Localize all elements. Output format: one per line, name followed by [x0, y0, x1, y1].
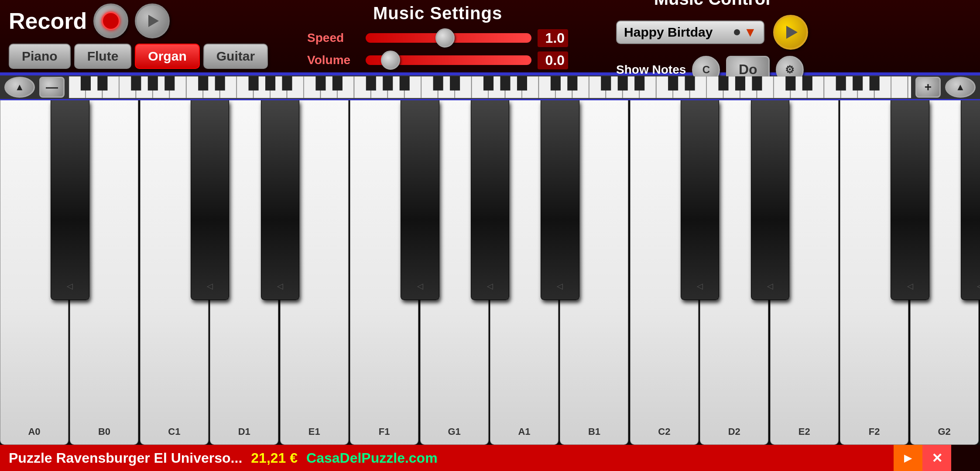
- key-label-C1: C1: [168, 426, 180, 437]
- song-selector[interactable]: Happy Birtday ▼: [616, 20, 764, 44]
- piano-button[interactable]: Piano: [9, 44, 71, 69]
- settings-controls: Speed 1.0 Volume 0.0: [307, 29, 568, 69]
- music-settings: Music Settings Speed 1.0 Volume 0.0: [307, 3, 568, 69]
- ad-close-button[interactable]: ✕: [922, 445, 951, 471]
- flute-button[interactable]: Flute: [74, 44, 132, 69]
- ad-arrow-button[interactable]: ▶: [894, 445, 922, 471]
- speed-slider[interactable]: [366, 33, 531, 43]
- black-key-C#1[interactable]: [191, 100, 229, 300]
- music-control: Music Control Happy Birtday ▼ Show Notes…: [616, 0, 808, 84]
- speed-row: Speed 1.0: [307, 29, 568, 47]
- key-label-D1: D1: [238, 426, 250, 437]
- black-key-D#1[interactable]: [261, 100, 299, 300]
- music-control-inner: Happy Birtday ▼: [616, 15, 808, 50]
- organ-button[interactable]: Organ: [135, 44, 199, 69]
- black-key-Bb0[interactable]: [51, 100, 89, 300]
- show-notes-label: Show Notes: [616, 63, 686, 77]
- ad-banner: Puzzle Ravensburger El Universo... 21,21…: [0, 445, 951, 471]
- record-button[interactable]: [93, 3, 128, 38]
- strip-minus-button[interactable]: —: [39, 77, 65, 98]
- black-key-G#1[interactable]: [471, 100, 509, 300]
- volume-knob[interactable]: [381, 51, 400, 70]
- key-label-G2: G2: [938, 426, 950, 437]
- key-label-B0: B0: [98, 426, 110, 437]
- strip-up-right-button[interactable]: ▲: [945, 77, 976, 98]
- key-label-A1: A1: [518, 426, 530, 437]
- piano-keys-wrapper: A0B0C1D1E1F1G1A1B1C2D2E2F2G2: [0, 100, 980, 445]
- record-indicator: [102, 12, 120, 30]
- speed-label: Speed: [307, 31, 360, 45]
- key-label-F2: F2: [869, 426, 880, 437]
- ad-close-icon: ✕: [932, 451, 942, 466]
- top-bar: Record Piano Flute Organ Guitar Music Se…: [0, 0, 980, 74]
- strip-keys-container: [69, 76, 911, 98]
- key-label-C2: C2: [658, 426, 670, 437]
- piano-main: A0B0C1D1E1F1G1A1B1C2D2E2F2G2: [0, 100, 980, 445]
- speed-knob[interactable]: [435, 28, 455, 48]
- strip-up-left-button[interactable]: ▲: [4, 77, 35, 98]
- keyboard-strip: ▲ — + ▲: [0, 74, 980, 100]
- black-key-A#1[interactable]: [541, 100, 579, 300]
- black-key-C#2[interactable]: [681, 100, 719, 300]
- volume-row: Volume 0.0: [307, 51, 568, 69]
- ad-price: 21,21 €: [251, 450, 298, 466]
- record-label: Record: [9, 8, 87, 34]
- key-label-A0: A0: [28, 426, 40, 437]
- key-label-F1: F1: [379, 426, 390, 437]
- dropdown-arrow-icon: ▼: [744, 25, 757, 40]
- instrument-buttons: Piano Flute Organ Guitar: [9, 44, 268, 69]
- key-label-B1: B1: [588, 426, 600, 437]
- black-key-D#2[interactable]: [751, 100, 789, 300]
- music-settings-title: Music Settings: [373, 3, 502, 23]
- strip-plus-button[interactable]: +: [915, 77, 941, 98]
- key-label-E1: E1: [308, 426, 320, 437]
- volume-value: 0.0: [538, 51, 568, 69]
- mini-piano-canvas: [69, 76, 911, 98]
- ad-link[interactable]: CasaDelPuzzle.com: [306, 450, 438, 466]
- control-play-button[interactable]: [773, 15, 808, 50]
- key-label-E2: E2: [798, 426, 810, 437]
- ad-text: Puzzle Ravensburger El Universo...: [9, 450, 242, 466]
- play-button[interactable]: [135, 3, 170, 38]
- song-name: Happy Birtday: [624, 25, 730, 40]
- speed-value: 1.0: [538, 29, 568, 47]
- volume-label: Volume: [307, 53, 360, 67]
- black-key-G#2[interactable]: [961, 100, 980, 300]
- black-key-F#1[interactable]: [401, 100, 439, 300]
- ad-arrow-icon: ▶: [904, 452, 912, 464]
- black-key-F#2[interactable]: [891, 100, 929, 300]
- song-dot: [734, 29, 740, 35]
- guitar-button[interactable]: Guitar: [203, 44, 268, 69]
- key-label-G1: G1: [448, 426, 460, 437]
- record-section: Record Piano Flute Organ Guitar: [9, 3, 268, 69]
- key-label-D2: D2: [728, 426, 740, 437]
- music-control-title: Music Control: [616, 0, 808, 9]
- record-title-row: Record: [9, 3, 170, 38]
- volume-slider[interactable]: [366, 55, 531, 65]
